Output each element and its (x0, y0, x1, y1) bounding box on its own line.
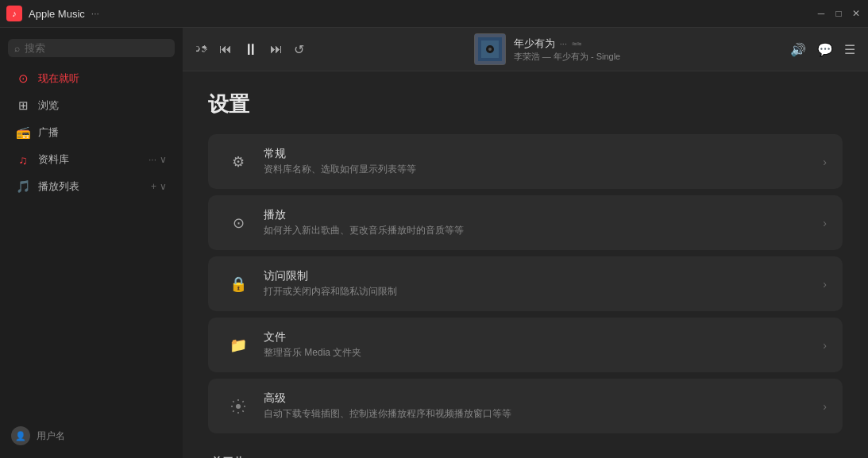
sidebar-item-radio[interactable]: 📻 广播 (5, 120, 178, 145)
restrictions-text: 访问限制 打开或关闭内容和隐私访问限制 (264, 269, 823, 298)
title-bar-menu-dots[interactable]: ··· (91, 8, 99, 19)
playback-controls: ⏮ ⏸ ⏭ ↺ (195, 40, 304, 59)
general-chevron: › (823, 156, 827, 168)
restrictions-subtitle: 打开或关闭内容和隐私访问限制 (264, 285, 823, 298)
album-art (474, 33, 506, 65)
library-chevron[interactable]: ∨ (160, 154, 167, 165)
sidebar-item-label: 现在就听 (38, 71, 79, 86)
playback-text: 播放 如何并入新出歌曲、更改音乐播放时的音质等等 (264, 208, 823, 237)
playlists-right: + ∨ (151, 181, 167, 192)
content-area: ⏮ ⏸ ⏭ ↺ 年少有为 (183, 28, 868, 458)
sidebar-item-now-playing[interactable]: ⊙ 现在就听 (5, 66, 178, 91)
track-artist: 李荣浩 — 年少有为 - Single (514, 51, 620, 63)
sidebar-item-playlists[interactable]: 🎵 播放列表 + ∨ (5, 174, 178, 199)
wave-icon: ≈≈ (572, 39, 581, 48)
maximize-button[interactable]: □ (833, 8, 844, 19)
svg-point-5 (236, 404, 241, 409)
sidebar: ⌕ ⊙ 现在就听 ⊞ 浏览 📻 广播 ♫ 资料库 ··· ∨ (0, 28, 183, 458)
svg-point-4 (488, 48, 492, 51)
restrictions-icon: 🔒 (224, 270, 253, 298)
sidebar-item-library[interactable]: ♫ 资料库 ··· ∨ (5, 147, 178, 172)
general-text: 常规 资料库名称、选取如何显示列表等等 (264, 147, 823, 176)
browse-icon: ⊞ (16, 98, 30, 113)
settings-content: 设置 ⚙ 常规 资料库名称、选取如何显示列表等等 › ⊙ 播放 如何并入新出歌曲… (183, 71, 868, 458)
sidebar-section-label: 播放列表 (38, 179, 79, 194)
app-title: Apple Music (29, 8, 85, 20)
playlists-left: 🎵 播放列表 (16, 179, 79, 194)
advanced-icon (224, 392, 253, 421)
username: 用户名 (37, 429, 65, 443)
playback-icon: ⊙ (224, 209, 253, 237)
playlists-icon: 🎵 (16, 179, 30, 194)
restrictions-title: 访问限制 (264, 269, 823, 283)
now-playing-center: 年少有为 ··· ≈≈ 李荣浩 — 年少有为 - Single (474, 33, 620, 65)
search-bar[interactable]: ⌕ (8, 39, 175, 57)
library-right: ··· ∨ (149, 154, 167, 165)
search-icon: ⌕ (14, 43, 20, 54)
track-info: 年少有为 ··· ≈≈ 李荣浩 — 年少有为 - Single (514, 37, 620, 63)
shuffle-button[interactable] (195, 43, 208, 56)
advanced-subtitle: 自动下载专辑插图、控制迷你播放程序和视频播放窗口等等 (264, 407, 823, 421)
general-subtitle: 资料库名称、选取如何显示列表等等 (264, 163, 823, 176)
playback-chevron: › (823, 217, 827, 229)
advanced-text: 高级 自动下载专辑插图、控制迷你播放程序和视频播放窗口等等 (264, 391, 823, 421)
playlists-chevron[interactable]: ∨ (160, 181, 167, 192)
search-input[interactable] (25, 42, 168, 54)
settings-row-advanced[interactable]: 高级 自动下载专辑插图、控制迷你播放程序和视频播放窗口等等 › (208, 379, 843, 433)
volume-button[interactable]: 🔊 (790, 42, 806, 57)
settings-row-files[interactable]: 📁 文件 整理音乐 Media 文件夹 › (208, 318, 843, 372)
settings-title: 设置 (208, 90, 843, 118)
lyrics-button[interactable]: 💬 (817, 42, 833, 57)
play-pause-button[interactable]: ⏸ (243, 40, 259, 59)
files-title: 文件 (264, 330, 823, 344)
sidebar-item-label: 浏览 (38, 98, 59, 113)
library-left: ♫ 资料库 (16, 152, 69, 167)
next-button[interactable]: ⏭ (270, 42, 283, 56)
library-icon: ♫ (16, 153, 30, 167)
title-bar: ♪ Apple Music ··· ─ □ ✕ (0, 0, 868, 28)
window-controls: ─ □ ✕ (816, 8, 862, 19)
repeat-button[interactable]: ↺ (294, 42, 304, 57)
playlists-plus[interactable]: + (151, 181, 156, 192)
settings-row-general[interactable]: ⚙ 常规 资料库名称、选取如何显示列表等等 › (208, 134, 843, 189)
previous-button[interactable]: ⏮ (219, 42, 232, 56)
sidebar-item-browse[interactable]: ⊞ 浏览 (5, 93, 178, 118)
sidebar-section-label: 资料库 (38, 152, 69, 167)
now-playing-icon: ⊙ (16, 71, 30, 86)
track-title: 年少有为 (514, 37, 555, 51)
library-dots[interactable]: ··· (149, 154, 156, 165)
now-playing-right: 🔊 💬 ☰ (790, 42, 855, 57)
restrictions-chevron: › (823, 278, 827, 291)
minimize-button[interactable]: ─ (816, 8, 827, 19)
app-icon: ♪ (6, 6, 22, 21)
playback-title: 播放 (264, 208, 823, 222)
title-bar-left: ♪ Apple Music ··· (6, 6, 99, 21)
files-subtitle: 整理音乐 Media 文件夹 (264, 346, 823, 360)
main-layout: ⌕ ⊙ 现在就听 ⊞ 浏览 📻 广播 ♫ 资料库 ··· ∨ (0, 28, 868, 458)
now-playing-bar: ⏮ ⏸ ⏭ ↺ 年少有为 (183, 28, 868, 71)
track-dots: ··· (560, 39, 567, 48)
settings-row-playback[interactable]: ⊙ 播放 如何并入新出歌曲、更改音乐播放时的音质等等 › (208, 195, 843, 250)
sidebar-bottom: 👤 用户名 (0, 420, 183, 452)
avatar[interactable]: 👤 (11, 426, 30, 445)
files-text: 文件 整理音乐 Media 文件夹 (264, 330, 823, 360)
files-chevron: › (823, 339, 827, 352)
settings-row-restrictions[interactable]: 🔒 访问限制 打开或关闭内容和隐私访问限制 › (208, 256, 843, 311)
advanced-chevron: › (823, 400, 827, 413)
files-icon: 📁 (224, 331, 253, 360)
advanced-title: 高级 (264, 391, 823, 406)
sidebar-item-label: 广播 (38, 125, 59, 140)
close-button[interactable]: ✕ (851, 8, 862, 19)
playback-subtitle: 如何并入新出歌曲、更改音乐播放时的音质等等 (264, 224, 823, 237)
radio-icon: 📻 (16, 125, 30, 140)
queue-button[interactable]: ☰ (844, 42, 855, 57)
general-icon: ⚙ (224, 148, 253, 176)
general-title: 常规 (264, 147, 823, 161)
